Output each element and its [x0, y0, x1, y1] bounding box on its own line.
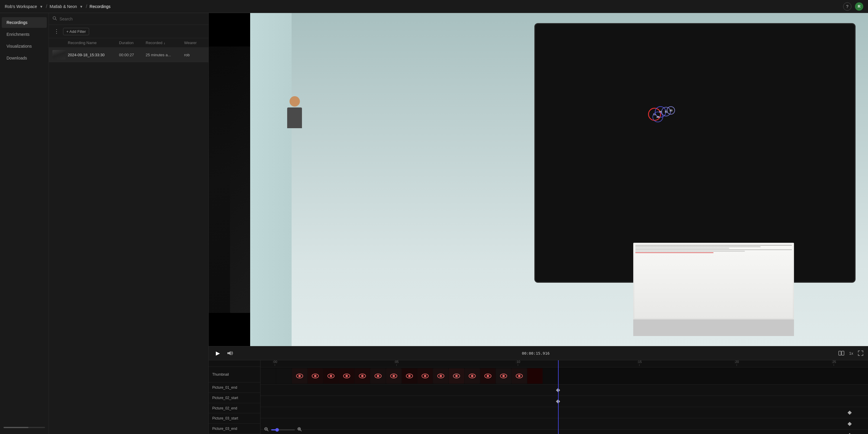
ruler-mark-4: :20	[735, 360, 739, 366]
thumb-strip	[260, 368, 542, 384]
project-label: Matlab & Neon	[50, 4, 77, 9]
person-figure	[287, 96, 302, 128]
zoom-slider[interactable]	[271, 429, 295, 430]
sidebar-item-downloads[interactable]: Downloads	[2, 53, 47, 63]
breadcrumb-sep-1: /	[46, 4, 47, 9]
content-area: ⋮ + Add Filter Recording Name Duration	[49, 13, 868, 434]
sidebar-item-recordings[interactable]: Recordings	[2, 17, 47, 28]
zoom-slider-thumb[interactable]	[275, 428, 279, 432]
video-area: 31 35 34 32 33	[209, 13, 868, 346]
col-recorded-header[interactable]: Recorded ↓	[146, 40, 184, 45]
table-row[interactable]: 2024-09-18_15:33:30 00:00:27 25 minutes …	[49, 48, 209, 62]
zoom-in-button[interactable]	[297, 427, 302, 433]
zoom-out-button[interactable]	[264, 427, 269, 433]
col-wearer-header: Wearer	[184, 40, 205, 45]
page-label: Recordings	[90, 4, 111, 9]
timeline-ruler-label-spacer	[209, 360, 260, 367]
user-avatar[interactable]: R	[855, 2, 863, 11]
zoom-controls	[260, 427, 306, 433]
timeline-label-pic01end: Picture_01_end	[209, 382, 260, 393]
svg-line-1	[55, 19, 57, 20]
thumb-item-9	[402, 368, 417, 384]
thumb-item-3	[308, 368, 323, 384]
play-button[interactable]: ▶	[213, 349, 222, 358]
ruler-mark-5: :25	[832, 360, 836, 366]
thumb-item-7	[370, 368, 386, 384]
ruler-mark-2: :10	[516, 360, 520, 366]
thumb-item-6	[355, 368, 370, 384]
workspace-breadcrumb: Rob's Workspace ▾	[5, 4, 43, 9]
ruler-tick-2	[518, 364, 518, 366]
video-main-panel: 31 35 34 32 33	[250, 13, 868, 346]
sidebar-item-visualizations[interactable]: Visualizations	[2, 41, 47, 52]
timeline-label-pic02end: Picture_02_end	[209, 403, 260, 413]
search-icon	[53, 16, 57, 22]
video-controls: ▶ 00:00:15.916	[209, 346, 868, 360]
ruler-tick-0	[275, 364, 275, 366]
help-button[interactable]: ?	[843, 2, 851, 11]
sidebar-scrollbar	[0, 425, 49, 430]
thumbnail-strip-row	[260, 367, 868, 384]
ruler-tick-3	[639, 364, 640, 366]
col-duration-header: Duration	[119, 40, 146, 45]
row-name: 2024-09-18_15:33:30	[68, 53, 119, 57]
svg-rect-4	[842, 351, 844, 355]
view-toggle-button[interactable]	[838, 351, 844, 355]
event-track-pic01end	[260, 384, 868, 396]
svg-rect-3	[839, 351, 841, 355]
speed-button[interactable]: 1x	[849, 351, 853, 355]
thumb-item-14	[480, 368, 496, 384]
svg-marker-2	[227, 351, 230, 355]
event-diamond-pic03end[interactable]	[847, 433, 852, 434]
scrollbar-thumb[interactable]	[4, 427, 28, 428]
event-diamond-pic02end[interactable]	[847, 410, 852, 414]
filter-bar: ⋮ + Add Filter	[49, 25, 209, 38]
ruler-tick-5	[834, 364, 834, 366]
sidebar-item-enrichments[interactable]: Enrichments	[2, 29, 47, 40]
more-options-button[interactable]: ⋮	[53, 27, 61, 35]
timeline-area: Thumbnail Picture_01_end Picture_02_star…	[209, 360, 868, 434]
event-track-pic02start	[260, 396, 868, 407]
thumb-item-4	[323, 368, 339, 384]
playhead-line[interactable]	[558, 360, 559, 434]
thumb-item-1	[276, 368, 291, 384]
table-video-row: ⋮ + Add Filter Recording Name Duration	[49, 13, 868, 434]
thumb-item-13	[464, 368, 480, 384]
page-breadcrumb: Recordings	[90, 4, 111, 9]
project-breadcrumb: Matlab & Neon ▾	[50, 4, 84, 9]
right-panel: 31 35 34 32 33	[209, 13, 868, 434]
event-diamond-pic03start[interactable]	[847, 422, 852, 426]
workspace-label: Rob's Workspace	[5, 4, 37, 9]
event-track-pic03end	[260, 430, 868, 434]
col-name-header: Recording Name	[68, 40, 119, 45]
timeline-labels: Thumbnail Picture_01_end Picture_02_star…	[209, 360, 260, 434]
laptop-shape	[633, 243, 794, 336]
thumb-item-16	[512, 368, 527, 384]
gaze-overlay: 31 35 34 32 33	[647, 106, 670, 124]
ruler-marks: :00 :05 :10	[260, 360, 868, 366]
top-header: Rob's Workspace ▾ / Matlab & Neon ▾ / Re…	[0, 0, 868, 13]
timeline-label-pic03end: Picture_03_end	[209, 424, 260, 434]
breadcrumb: Rob's Workspace ▾ / Matlab & Neon ▾ / Re…	[5, 4, 843, 9]
add-filter-button[interactable]: + Add Filter	[63, 28, 89, 35]
thumb-item-12	[449, 368, 464, 384]
table-header: Recording Name Duration Recorded ↓ Weare…	[49, 38, 209, 48]
ruler-tick-4	[737, 364, 737, 366]
ruler-mark-3: :15	[637, 360, 642, 366]
project-chevron-icon[interactable]: ▾	[79, 4, 84, 9]
scrollbar-track	[4, 427, 45, 428]
thumb-item-8	[386, 368, 401, 384]
thumb-item-17	[527, 368, 542, 384]
svg-line-9	[300, 430, 301, 431]
video-scene: 31 35 34 32 33	[250, 13, 868, 346]
sort-icon: ↓	[163, 41, 165, 45]
fullscreen-button[interactable]	[858, 350, 863, 356]
volume-button[interactable]	[227, 351, 233, 355]
search-input[interactable]	[60, 17, 205, 21]
thumb-item-10	[417, 368, 433, 384]
video-left-panel	[209, 13, 250, 346]
workspace-chevron-icon[interactable]: ▾	[39, 4, 43, 9]
row-recorded: 25 minutes a...	[146, 53, 184, 57]
timeline-ruler: :00 :05 :10	[260, 360, 868, 367]
sidebar: Recordings Enrichments Visualizations Do…	[0, 13, 49, 434]
